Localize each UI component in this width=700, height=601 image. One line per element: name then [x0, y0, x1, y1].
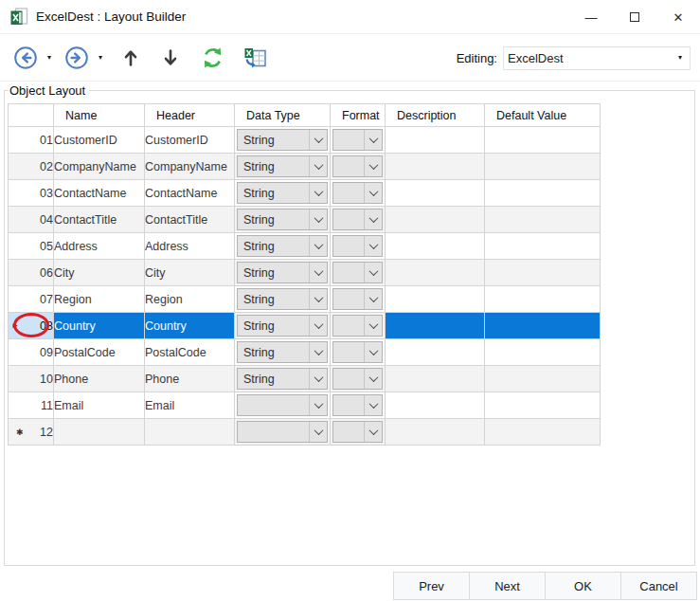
- format-combo[interactable]: [332, 235, 383, 257]
- header-cell[interactable]: CompanyName: [145, 154, 235, 180]
- default-value-cell[interactable]: [485, 286, 601, 313]
- description-cell[interactable]: [386, 313, 485, 339]
- default-value-cell[interactable]: [485, 154, 601, 180]
- data-type-combo[interactable]: String: [237, 235, 328, 257]
- grid-row-07[interactable]: 07RegionRegionString: [9, 286, 601, 313]
- name-cell[interactable]: ContactTitle: [54, 207, 145, 233]
- default-value-cell[interactable]: [485, 127, 601, 154]
- format-combo[interactable]: [332, 155, 383, 177]
- description-cell[interactable]: [386, 392, 485, 419]
- layout-grid[interactable]: NameHeaderData TypeFormatDescriptionDefa…: [8, 103, 601, 446]
- header-cell[interactable]: ContactTitle: [145, 207, 235, 233]
- format-cell[interactable]: [331, 154, 386, 180]
- format-cell[interactable]: [331, 260, 386, 286]
- format-cell[interactable]: [331, 313, 386, 339]
- header-cell[interactable]: Phone: [145, 366, 235, 392]
- data-type-combo[interactable]: String: [237, 182, 328, 204]
- row-number-cell[interactable]: 10: [9, 366, 54, 392]
- row-number-cell[interactable]: ✱12: [9, 419, 54, 446]
- default-value-cell[interactable]: [485, 392, 601, 419]
- format-combo[interactable]: [332, 209, 383, 230]
- default-value-cell[interactable]: [485, 419, 601, 446]
- format-combo[interactable]: [332, 315, 383, 337]
- description-cell[interactable]: [386, 419, 485, 446]
- description-cell[interactable]: [386, 366, 485, 392]
- default-value-cell[interactable]: [485, 339, 601, 366]
- header-cell[interactable]: ContactName: [145, 180, 235, 207]
- row-number-cell[interactable]: 01: [9, 127, 54, 154]
- format-cell[interactable]: [331, 127, 386, 154]
- data-type-cell[interactable]: String: [235, 366, 331, 392]
- back-button[interactable]: [9, 43, 42, 73]
- column-header-default-value[interactable]: Default Value: [485, 104, 601, 127]
- data-type-cell[interactable]: String: [235, 260, 331, 286]
- column-header-description[interactable]: Description: [386, 104, 485, 127]
- back-dropdown-caret[interactable]: ▾: [45, 43, 57, 73]
- column-header-name[interactable]: Name: [54, 104, 145, 127]
- format-combo[interactable]: [332, 368, 383, 390]
- row-number-cell[interactable]: 07: [9, 286, 54, 313]
- data-type-cell[interactable]: String: [235, 154, 331, 180]
- header-cell[interactable]: [145, 419, 235, 446]
- row-number-cell[interactable]: 05: [9, 233, 54, 260]
- description-cell[interactable]: [386, 233, 485, 260]
- default-value-cell[interactable]: [485, 233, 601, 260]
- name-cell[interactable]: City: [54, 260, 145, 286]
- description-cell[interactable]: [386, 286, 485, 313]
- name-cell[interactable]: PostalCode: [54, 339, 145, 366]
- header-cell[interactable]: Country: [145, 313, 235, 339]
- name-cell[interactable]: Address: [54, 233, 145, 260]
- data-type-combo[interactable]: String: [237, 341, 328, 363]
- default-value-cell[interactable]: [485, 260, 601, 286]
- grid-row-10[interactable]: 10PhonePhoneString: [9, 366, 601, 392]
- refresh-button[interactable]: [197, 43, 228, 73]
- data-type-combo[interactable]: String: [237, 209, 328, 230]
- cancel-button[interactable]: Cancel: [620, 572, 697, 600]
- grid-row-11[interactable]: 11EmailEmail: [9, 392, 601, 419]
- format-cell[interactable]: [331, 207, 386, 233]
- row-number-cell[interactable]: ►08: [9, 313, 54, 339]
- name-cell[interactable]: [54, 419, 145, 446]
- format-combo[interactable]: [332, 262, 383, 283]
- header-cell[interactable]: Email: [145, 392, 235, 419]
- grid-row-04[interactable]: 04ContactTitleContactTitleString: [9, 207, 601, 233]
- data-type-combo[interactable]: String: [237, 288, 328, 310]
- close-button[interactable]: ✕: [656, 0, 700, 34]
- data-type-combo[interactable]: String: [237, 368, 328, 390]
- grid-row-08[interactable]: ►08CountryCountryString: [9, 313, 601, 339]
- data-type-combo[interactable]: [237, 394, 328, 416]
- row-number-cell[interactable]: 02: [9, 154, 54, 180]
- name-cell[interactable]: Email: [54, 392, 145, 419]
- data-type-cell[interactable]: String: [235, 207, 331, 233]
- data-type-combo[interactable]: String: [237, 129, 328, 151]
- description-cell[interactable]: [386, 154, 485, 180]
- header-cell[interactable]: Region: [145, 286, 235, 313]
- grid-row-02[interactable]: 02CompanyNameCompanyNameString: [9, 154, 601, 180]
- format-cell[interactable]: [331, 419, 386, 446]
- default-value-cell[interactable]: [485, 366, 601, 392]
- row-number-cell[interactable]: 09: [9, 339, 54, 366]
- grid-row-06[interactable]: 06CityCityString: [9, 260, 601, 286]
- data-type-combo[interactable]: [237, 421, 328, 443]
- header-cell[interactable]: PostalCode: [145, 339, 235, 366]
- grid-row-05[interactable]: 05AddressAddressString: [9, 233, 601, 260]
- format-combo[interactable]: [332, 341, 383, 363]
- format-cell[interactable]: [331, 339, 386, 366]
- format-cell[interactable]: [331, 366, 386, 392]
- header-cell[interactable]: Address: [145, 233, 235, 260]
- data-type-cell[interactable]: String: [235, 127, 331, 154]
- column-header-format[interactable]: Format: [331, 104, 386, 127]
- column-header-data-type[interactable]: Data Type: [235, 104, 331, 127]
- data-type-cell[interactable]: String: [235, 339, 331, 366]
- data-type-cell[interactable]: [235, 392, 331, 419]
- format-combo[interactable]: [332, 421, 383, 443]
- title-bar[interactable]: ExcelDest : Layout Builder — ✕: [0, 0, 700, 34]
- grid-row-09[interactable]: 09PostalCodePostalCodeString: [9, 339, 601, 366]
- row-number-cell[interactable]: 04: [9, 207, 54, 233]
- format-cell[interactable]: [331, 180, 386, 207]
- format-combo[interactable]: [332, 129, 383, 151]
- header-cell[interactable]: City: [145, 260, 235, 286]
- description-cell[interactable]: [386, 260, 485, 286]
- description-cell[interactable]: [386, 180, 485, 207]
- row-number-cell[interactable]: 03: [9, 180, 54, 207]
